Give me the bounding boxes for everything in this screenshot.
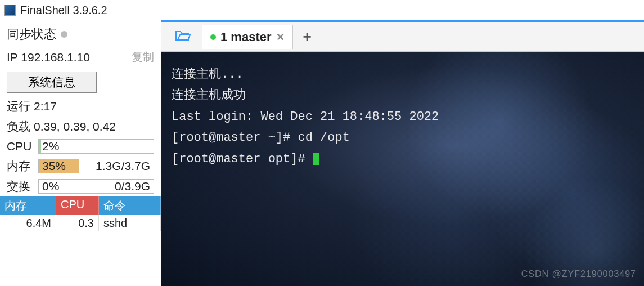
memory-bar: 35% 1.3G/3.7G <box>38 159 154 173</box>
uptime-row: 运行 2:17 <box>0 96 161 117</box>
watermark: CSDN @ZYF2190003497 <box>521 266 636 281</box>
swap-percent: 0% <box>39 180 59 193</box>
proc-row-cmd: sshd <box>99 215 161 231</box>
tab-bar: 1 master ✕ + <box>161 20 644 52</box>
sync-status-row: 同步状态 <box>0 23 161 46</box>
status-dot-icon <box>61 31 67 38</box>
memory-row: 内存 35% 1.3G/3.7G <box>0 156 161 176</box>
load-value: 0.39, 0.39, 0.42 <box>34 120 116 133</box>
load-row: 负载 0.39, 0.39, 0.42 <box>0 117 161 137</box>
tab-master[interactable]: 1 master ✕ <box>202 25 293 49</box>
proc-row-mem: 6.4M <box>0 215 56 231</box>
swap-label: 交换 <box>7 178 35 194</box>
connection-status-icon <box>210 34 216 40</box>
swap-row: 交换 0% 0/3.9G <box>0 176 161 196</box>
tab-label: 1 master <box>220 30 272 44</box>
app-title: FinalShell 3.9.6.2 <box>20 4 107 17</box>
swap-detail: 0/3.9G <box>115 180 150 193</box>
ip-label-prefix: IP <box>7 51 17 64</box>
cursor-icon <box>313 153 319 165</box>
close-icon[interactable]: ✕ <box>276 31 285 43</box>
titlebar: FinalShell 3.9.6.2 <box>0 0 644 20</box>
proc-header-cmd[interactable]: 命令 <box>99 196 161 215</box>
add-tab-button[interactable]: + <box>293 28 322 46</box>
cpu-row: CPU 2% <box>0 137 161 156</box>
system-info-button[interactable]: 系统信息 <box>7 72 97 93</box>
cpu-percent: 2% <box>39 140 59 153</box>
sidebar: 同步状态 IP 192.168.1.10 复制 系统信息 运行 2:17 负载 … <box>0 20 161 286</box>
terminal[interactable]: 连接主机... 连接主机成功 Last login: Wed Dec 21 18… <box>161 52 644 286</box>
terminal-line: Last login: Wed Dec 21 18:48:55 2022 <box>172 106 634 127</box>
proc-row-cpu: 0.3 <box>56 215 99 231</box>
process-table-header[interactable]: 内存 CPU 命令 <box>0 196 161 215</box>
right-pane: 1 master ✕ + 连接主机... 连接主机成功 Last login: … <box>161 20 644 286</box>
app-icon <box>4 5 16 16</box>
cpu-label: CPU <box>7 140 35 153</box>
copy-button[interactable]: 复制 <box>132 50 154 65</box>
swap-bar: 0% 0/3.9G <box>38 179 154 194</box>
terminal-line: 连接主机成功 <box>172 85 634 106</box>
memory-label: 内存 <box>7 158 35 174</box>
uptime-value: 2:17 <box>34 100 57 113</box>
sync-status-label: 同步状态 <box>7 26 56 43</box>
memory-detail: 1.3G/3.7G <box>96 159 150 173</box>
cpu-bar: 2% <box>38 139 154 154</box>
load-label: 负载 <box>7 119 30 135</box>
ip-value: 192.168.1.10 <box>21 51 90 64</box>
terminal-line: [root@master ~]# cd /opt <box>172 127 634 148</box>
terminal-line: 连接主机... <box>172 64 634 85</box>
proc-header-cpu[interactable]: CPU <box>56 196 99 215</box>
table-row[interactable]: 6.4M 0.3 sshd <box>0 215 161 231</box>
memory-percent: 35% <box>39 159 66 173</box>
terminal-line: [root@master opt]# <box>172 149 634 169</box>
open-folder-button[interactable] <box>164 25 202 49</box>
proc-header-mem[interactable]: 内存 <box>0 196 56 215</box>
uptime-label: 运行 <box>7 99 30 114</box>
ip-row: IP 192.168.1.10 复制 <box>0 46 161 68</box>
folder-open-icon <box>175 29 191 42</box>
